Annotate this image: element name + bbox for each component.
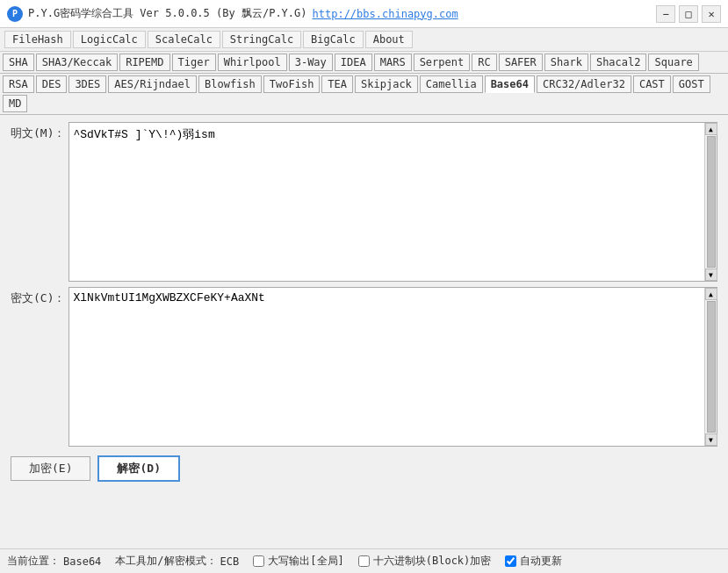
tab-crc32[interactable]: CRC32/Adler32 [537,75,631,93]
plaintext-scrollbar[interactable]: ▲ ▼ [704,123,717,281]
tab-mars[interactable]: MARS [374,54,412,71]
scroll-down-arrow[interactable]: ▼ [705,269,717,281]
tab-skipjack[interactable]: Skipjack [355,75,418,93]
tab-des[interactable]: DES [36,75,68,93]
tab-aes[interactable]: AES/Rijndael [108,75,197,93]
tab-row-1: SHA SHA3/Keccak RIPEMD Tiger Whirlpool 3… [0,52,728,74]
status-position: 当前位置： Base64 [7,554,101,569]
title-bar: P P.Y.G密码学综合工具 Ver 5.0.0.5 (By 飘云/P.Y.G)… [0,0,728,28]
tab-whirlpool[interactable]: Whirlpool [218,54,287,71]
ciphertext-label: 密文(C)： [11,287,65,306]
scroll-thumb-2[interactable] [707,301,716,433]
action-bar: 加密(E) 解密(D) [11,452,717,485]
close-button[interactable]: ✕ [702,5,721,23]
ciphertext-textarea-container: ▲ ▼ [68,287,717,447]
tab-base64[interactable]: Base64 [485,75,535,93]
tab-ripemd[interactable]: RIPEMD [119,54,169,71]
tab-md[interactable]: MD [3,95,27,112]
minimize-button[interactable]: − [656,5,675,23]
scroll-up-arrow-2[interactable]: ▲ [705,288,717,300]
autoupdate-checkbox[interactable] [505,555,516,567]
tab-shacal2[interactable]: Shacal2 [590,54,647,71]
title-bar-left: P P.Y.G密码学综合工具 Ver 5.0.0.5 (By 飘云/P.Y.G)… [7,6,458,22]
status-mode: 本工具加/解密模式： ECB [115,554,239,569]
tab-gost[interactable]: GOST [673,75,710,93]
ciphertext-scrollbar[interactable]: ▲ ▼ [704,288,717,446]
encrypt-button[interactable]: 加密(E) [11,456,90,481]
app-icon: P [7,6,23,22]
app-title: P.Y.G密码学综合工具 Ver 5.0.0.5 (By 飘云/P.Y.G) [28,6,307,21]
menu-about[interactable]: About [365,31,413,48]
position-value: Base64 [63,555,101,568]
menu-bar: FileHash LogicCalc ScaleCalc StringCalc … [0,28,728,52]
tab-tiger[interactable]: Tiger [172,54,216,71]
mode-value: ECB [220,555,240,568]
ciphertext-input[interactable] [69,288,704,446]
tab-rsa[interactable]: RSA [3,75,34,93]
autoupdate-checkbox-group[interactable]: 自动更新 [505,554,562,569]
app-url[interactable]: http://bbs.chinapyg.com [313,8,458,20]
tab-cast[interactable]: CAST [633,75,671,93]
maximize-button[interactable]: □ [679,5,698,23]
ciphertext-group: 密文(C)： ▲ ▼ [11,287,717,447]
plaintext-input[interactable] [69,123,704,281]
scroll-thumb[interactable] [707,136,716,268]
uppercase-label[interactable]: 大写输出[全局] [268,554,343,569]
hex-checkbox-group[interactable]: 十六进制块(Block)加密 [358,554,492,569]
title-controls: − □ ✕ [656,5,721,23]
uppercase-checkbox-group[interactable]: 大写输出[全局] [253,554,343,569]
autoupdate-label[interactable]: 自动更新 [520,554,562,569]
tab-idea[interactable]: IDEA [335,54,372,71]
mode-label: 本工具加/解密模式： [115,554,216,569]
tab-camellia[interactable]: Camellia [420,75,483,93]
uppercase-checkbox[interactable] [253,555,264,567]
tab-3des[interactable]: 3DES [68,75,106,93]
tab-row-2: RSA DES 3DES AES/Rijndael Blowfish TwoFi… [0,74,728,115]
plaintext-textarea-container: ▲ ▼ [68,122,717,282]
status-bar: 当前位置： Base64 本工具加/解密模式： ECB 大写输出[全局] 十六进… [0,548,728,573]
position-label: 当前位置： [7,554,60,569]
menu-bigcalc[interactable]: BigCalc [303,31,364,48]
decrypt-button[interactable]: 解密(D) [97,455,179,482]
tab-3way[interactable]: 3-Way [289,54,333,71]
tab-serpent[interactable]: Serpent [414,54,471,71]
tab-tea[interactable]: TEA [321,75,353,93]
tab-rc[interactable]: RC [472,54,496,71]
main-content: 明文(M)： ▲ ▼ 密文(C)： ▲ ▼ 加密(E) 解密(D) [0,115,728,548]
tab-sha3keccak[interactable]: SHA3/Keccak [36,54,118,71]
hex-checkbox[interactable] [358,555,370,567]
menu-scalecalc[interactable]: ScaleCalc [148,31,220,48]
scroll-down-arrow-2[interactable]: ▼ [705,433,717,446]
hex-label[interactable]: 十六进制块(Block)加密 [373,554,492,569]
menu-logiccalc[interactable]: LogicCalc [73,31,146,48]
plaintext-label: 明文(M)： [11,122,65,141]
tab-shark[interactable]: Shark [544,54,588,71]
tab-blowfish[interactable]: Blowfish [198,75,262,93]
scroll-up-arrow[interactable]: ▲ [705,123,717,135]
menu-filehash[interactable]: FileHash [4,31,71,48]
menu-stringcalc[interactable]: StringCalc [222,31,301,48]
tab-safer[interactable]: SAFER [499,54,543,71]
tab-twofish[interactable]: TwoFish [263,75,321,93]
plaintext-group: 明文(M)： ▲ ▼ [11,122,717,282]
tab-square[interactable]: Square [648,54,698,71]
tab-sha[interactable]: SHA [3,54,34,71]
